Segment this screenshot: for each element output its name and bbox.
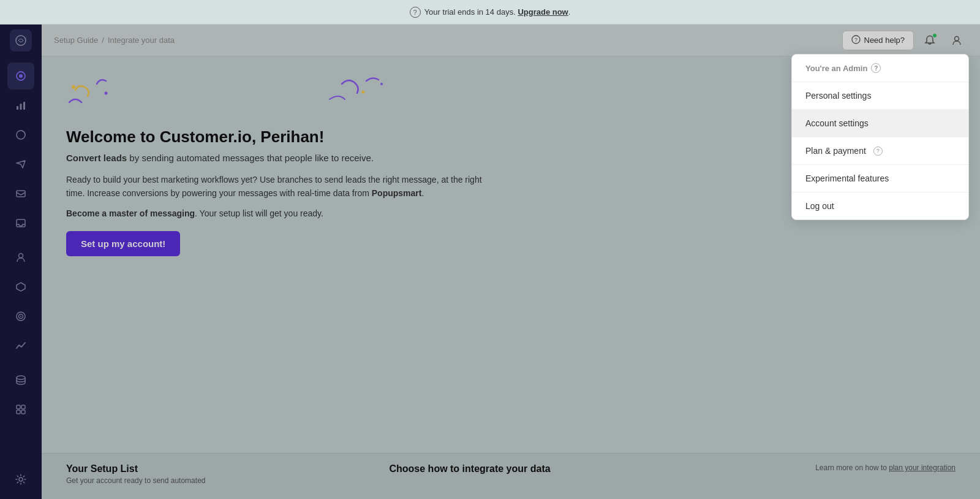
welcome-body: Ready to build your best marketing workf… [66, 173, 495, 200]
setup-account-button[interactable]: Set up my account! [66, 231, 180, 256]
dropdown-item-plan-payment[interactable]: Plan & payment ? [792, 137, 968, 165]
setup-list-sub: Get your account ready to send automated [66, 476, 205, 485]
svg-point-13 [17, 376, 25, 379]
integrate-section: Choose how to integrate your data [389, 463, 550, 474]
setup-list-title: Your Setup List [66, 463, 205, 474]
bottom-right-link: Learn more on how to plan your integrati… [815, 463, 956, 472]
sidebar-item-analytics[interactable] [7, 92, 34, 119]
subtitle-lead: Convert leads [66, 153, 127, 163]
sidebar-item-data[interactable] [7, 367, 34, 394]
svg-point-24 [362, 91, 365, 94]
sidebar-item-objects[interactable] [7, 273, 34, 300]
breadcrumb-root[interactable]: Setup Guide [54, 36, 98, 45]
banner-period: . [568, 7, 571, 17]
plan-payment-label: Plan & payment [805, 146, 866, 156]
sidebar [0, 25, 42, 499]
sidebar-item-campaigns[interactable] [7, 151, 34, 178]
svg-point-22 [72, 85, 75, 89]
sidebar-item-settings[interactable] [7, 466, 34, 493]
breadcrumb: Setup Guide / Integrate your data [54, 36, 175, 45]
header-actions: ? Need help? [842, 29, 968, 51]
mastery-text: Become a master of messaging. Your setup… [66, 207, 495, 220]
svg-rect-3 [17, 106, 18, 110]
logout-label: Log out [805, 201, 834, 211]
need-help-label: Need help? [864, 36, 905, 45]
mastery-lead: Become a master of messaging [66, 208, 195, 218]
svg-point-12 [20, 316, 21, 317]
plan-question-icon: ? [873, 147, 883, 156]
svg-point-18 [19, 478, 23, 481]
svg-rect-5 [23, 102, 25, 110]
svg-point-21 [955, 36, 959, 40]
plan-integration-link[interactable]: plan your integration [889, 463, 956, 472]
brand-name: Popupsmart [372, 188, 422, 198]
dropdown-item-logout[interactable]: Log out [792, 192, 968, 219]
page-header: Setup Guide / Integrate your data ? Need… [42, 25, 980, 56]
admin-question-icon: ? [871, 63, 881, 73]
need-help-button[interactable]: ? Need help? [842, 31, 914, 50]
svg-rect-15 [21, 405, 25, 409]
svg-rect-14 [17, 405, 20, 409]
need-help-icon: ? [851, 35, 861, 46]
banner-text: Your trial ends in 14 days. [424, 7, 518, 17]
dropdown-item-personal-settings[interactable]: Personal settings [792, 82, 968, 110]
sidebar-item-integrations[interactable] [7, 396, 34, 423]
mastery-rest: . Your setup list will get you ready. [195, 208, 323, 218]
user-dropdown-menu: You're an Admin ? Personal settings Acco… [791, 54, 969, 220]
svg-point-23 [105, 92, 108, 95]
svg-rect-16 [17, 410, 20, 414]
sidebar-item-activity[interactable] [7, 63, 34, 90]
dropdown-item-account-settings[interactable]: Account settings [792, 110, 968, 137]
banner-question-icon: ? [410, 7, 421, 18]
account-settings-label: Account settings [805, 118, 869, 128]
subtitle-text: by sending automated messages that peopl… [127, 153, 374, 163]
sidebar-item-reports[interactable] [7, 121, 34, 148]
sidebar-item-metrics[interactable] [7, 332, 34, 359]
admin-text: You're an Admin [805, 64, 867, 73]
bottom-bar: Your Setup List Get your account ready t… [42, 453, 980, 499]
svg-point-0 [16, 36, 26, 45]
experimental-features-label: Experimental features [805, 173, 889, 183]
svg-rect-4 [20, 104, 22, 110]
breadcrumb-current: Integrate your data [108, 36, 175, 45]
sidebar-item-inbox[interactable] [7, 210, 34, 237]
dropdown-admin-label: You're an Admin ? [792, 55, 968, 82]
sidebar-item-people[interactable] [7, 244, 34, 271]
svg-text:?: ? [854, 37, 857, 43]
dropdown-item-experimental-features[interactable]: Experimental features [792, 165, 968, 192]
bottom-right-text: Learn more on how to [815, 463, 887, 472]
sidebar-item-segments[interactable] [7, 303, 34, 330]
notifications-button[interactable] [919, 29, 941, 51]
setup-list-section: Your Setup List Get your account ready t… [66, 463, 205, 485]
upgrade-link[interactable]: Upgrade now [518, 7, 568, 17]
user-menu-button[interactable] [946, 29, 968, 51]
svg-point-2 [19, 74, 23, 78]
notification-dot [932, 33, 937, 38]
svg-point-9 [19, 254, 23, 258]
trial-banner: ? Your trial ends in 14 days. Upgrade no… [0, 0, 980, 25]
personal-settings-label: Personal settings [805, 91, 871, 101]
sidebar-item-messages[interactable] [7, 180, 34, 207]
sidebar-logo[interactable] [10, 29, 32, 51]
breadcrumb-separator: / [102, 36, 104, 45]
body-end: . [421, 188, 424, 198]
integrate-title: Choose how to integrate your data [389, 463, 550, 474]
svg-rect-17 [21, 410, 25, 414]
svg-point-25 [380, 83, 383, 85]
